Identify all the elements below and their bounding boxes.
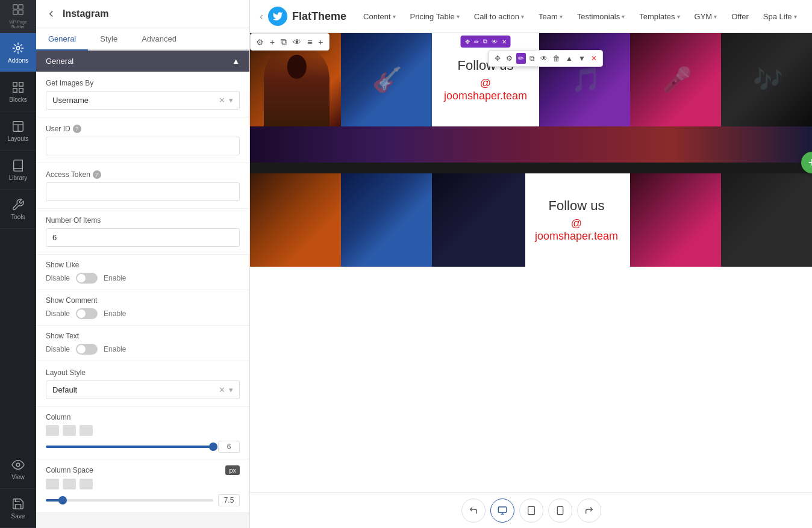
nav-pricing-table[interactable]: Pricing Table ▾	[403, 0, 467, 33]
access-token-help-icon[interactable]: ?	[93, 170, 101, 179]
sidebar-item-tools[interactable]: Tools	[0, 190, 36, 229]
nav-offer[interactable]: Offer	[724, 0, 756, 33]
svg-rect-16	[528, 506, 534, 514]
column-space-slider-thumb[interactable]	[58, 496, 67, 505]
add-col-icon[interactable]: +	[316, 36, 325, 48]
sidebar-item-blocks[interactable]: Blocks	[0, 72, 36, 111]
nav-templates[interactable]: Templates ▾	[632, 0, 687, 33]
nav-testimonials[interactable]: Testimonials ▾	[570, 0, 632, 33]
user-id-input[interactable]	[46, 137, 240, 155]
show-comment-switch[interactable]	[76, 308, 98, 319]
tablet-button[interactable]	[519, 498, 543, 523]
show-text-enable: Enable	[104, 345, 126, 353]
nav-gym[interactable]: GYM ▾	[687, 0, 725, 33]
eye-icon2[interactable]: 👁	[539, 53, 549, 64]
image-cell-b1[interactable]	[250, 173, 343, 267]
sidebar-item-addons[interactable]: Addons	[0, 33, 36, 72]
collapse-icon[interactable]: ▲	[232, 57, 240, 66]
image-cell-b6[interactable]	[721, 173, 812, 267]
nav-spa-life[interactable]: Spa Life ▾	[756, 0, 804, 33]
clear-icon[interactable]: ✕	[219, 96, 225, 105]
settings-icon[interactable]: ⚙	[504, 53, 514, 64]
edit-icon[interactable]: ✏	[516, 53, 526, 64]
mobile-button[interactable]	[548, 498, 572, 523]
user-id-help-icon[interactable]: ?	[73, 125, 81, 133]
column-slider-thumb[interactable]	[209, 443, 217, 451]
column-slider-track	[46, 446, 213, 448]
desktop-button[interactable]	[490, 498, 514, 523]
follow-card-top[interactable]: ✥ ✏ ⧉ 👁 ✕ Follow us @ joomshaper.team	[432, 33, 539, 126]
chevron-down-icon[interactable]: ▾	[229, 385, 233, 394]
nav-content[interactable]: Content ▾	[356, 0, 403, 33]
image-cell-b2[interactable]	[341, 173, 434, 267]
show-like-label: Show Like	[46, 261, 240, 269]
follow-card-title-bottom: Follow us	[549, 198, 605, 214]
canvas-section-1: ⚙ + ⧉ 👁 ≡ + ✥ ⚙ ✏ ⧉ 👁 🗑	[250, 33, 812, 267]
sidebar-item-library[interactable]: Library	[0, 151, 36, 190]
tab-style[interactable]: Style	[88, 28, 130, 51]
image-cell-4[interactable]: 🎵	[539, 33, 632, 126]
canvas-area: ⚙ + ⧉ 👁 ≡ + ✥ ⚙ ✏ ⧉ 👁 🗑	[250, 33, 812, 492]
redo-button[interactable]	[577, 498, 601, 523]
image-cell-5[interactable]: 🎤	[630, 33, 723, 126]
card-edit-icon[interactable]: ✏	[473, 38, 480, 46]
col-space-1-icon[interactable]	[46, 479, 59, 489]
card-eye-icon[interactable]: 👁	[490, 38, 499, 46]
column-2-icon[interactable]	[63, 425, 76, 436]
panel-toggle-icon[interactable]: ‹	[260, 10, 263, 23]
clear-icon[interactable]: ✕	[219, 385, 225, 394]
copy-icon2[interactable]: ⧉	[528, 53, 537, 64]
card-copy-icon[interactable]: ⧉	[482, 37, 489, 46]
back-button[interactable]	[46, 8, 57, 19]
panel-title: Instagram	[63, 8, 108, 19]
add-icon[interactable]: +	[268, 36, 276, 48]
image-cell-b5[interactable]	[630, 173, 723, 267]
svg-rect-6	[19, 82, 23, 85]
column-space-unit[interactable]: px	[225, 465, 240, 475]
sidebar-item-save[interactable]: Save	[0, 489, 36, 528]
card-delete-icon[interactable]: ✕	[501, 38, 508, 46]
gradient-band-1	[250, 126, 812, 163]
nav-logo-text: FlatTheme	[292, 10, 346, 23]
sidebar-item-view[interactable]: View	[0, 450, 36, 489]
copy-icon[interactable]: ⧉	[279, 36, 289, 48]
nav-team[interactable]: Team ▾	[531, 0, 570, 33]
svg-rect-5	[13, 82, 17, 85]
get-images-by-select[interactable]: Username ✕ ▾	[46, 91, 240, 110]
team-chevron: ▾	[560, 13, 563, 20]
addons-label: Addons	[8, 57, 28, 64]
settings-icon[interactable]: ⚙	[254, 36, 266, 48]
show-text-switch[interactable]	[76, 344, 98, 355]
col-space-2-icon[interactable]	[63, 479, 76, 489]
show-like-switch[interactable]	[76, 273, 98, 284]
delete-icon[interactable]: ✕	[589, 53, 599, 64]
show-text-label: Show Text	[46, 332, 240, 340]
access-token-input[interactable]	[46, 182, 240, 201]
sidebar-item-layouts[interactable]: Layouts	[0, 111, 36, 151]
column-1-icon[interactable]	[46, 425, 59, 436]
down-icon[interactable]: ▼	[576, 53, 587, 64]
nav-call-to-action[interactable]: Call to action ▾	[467, 0, 531, 33]
row-toolbar-top: ⚙ + ⧉ 👁 ≡ +	[250, 33, 329, 51]
card-move-icon[interactable]: ✥	[464, 38, 471, 46]
eye-icon[interactable]: 👁	[291, 36, 303, 48]
trash-icon[interactable]: 🗑	[551, 53, 562, 64]
panel-sidebar: Instagram General Style Advanced General…	[36, 0, 250, 528]
col-space-3-icon[interactable]	[80, 479, 93, 489]
image-cell-2[interactable]: 🎸	[341, 33, 434, 126]
column-3-icon[interactable]	[80, 425, 93, 436]
more-icon[interactable]: ≡	[305, 36, 314, 48]
up-icon[interactable]: ▲	[564, 53, 575, 64]
follow-card-bottom[interactable]: Follow us @ joomshaper.team	[523, 173, 630, 267]
move-icon[interactable]: ✥	[493, 53, 502, 64]
show-like-toggle-row: Show Like Disable Enable	[36, 255, 249, 290]
tab-advanced[interactable]: Advanced	[130, 28, 189, 51]
undo-button[interactable]	[461, 498, 486, 523]
image-cell-6[interactable]: 🎶	[721, 33, 812, 126]
chevron-down-icon[interactable]: ▾	[229, 96, 233, 105]
tab-general[interactable]: General	[36, 28, 88, 51]
number-of-items-input[interactable]	[46, 228, 240, 247]
blocks-label: Blocks	[9, 96, 27, 103]
layout-style-select[interactable]: Default ✕ ▾	[46, 380, 240, 399]
image-cell-b3[interactable]	[432, 173, 525, 267]
